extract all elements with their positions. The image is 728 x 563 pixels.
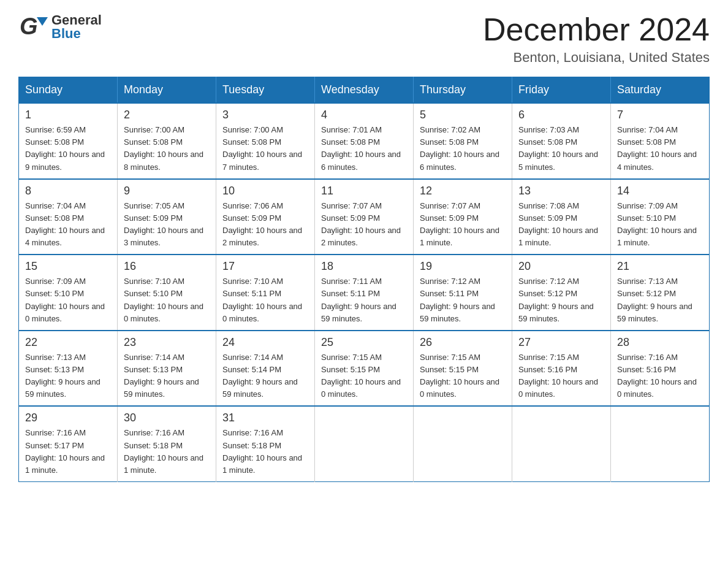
day-number: 18 bbox=[321, 260, 407, 273]
column-header-thursday: Thursday bbox=[414, 77, 512, 104]
day-number: 25 bbox=[321, 336, 407, 349]
day-number: 15 bbox=[25, 260, 111, 273]
calendar-cell: 22 Sunrise: 7:13 AMSunset: 5:13 PMDaylig… bbox=[19, 331, 118, 407]
day-info: Sunrise: 7:09 AMSunset: 5:10 PMDaylight:… bbox=[25, 275, 111, 325]
calendar-cell: 25 Sunrise: 7:15 AMSunset: 5:15 PMDaylig… bbox=[315, 331, 414, 407]
day-info: Sunrise: 7:13 AMSunset: 5:13 PMDaylight:… bbox=[25, 351, 111, 401]
column-header-sunday: Sunday bbox=[19, 77, 118, 104]
calendar-week-row: 22 Sunrise: 7:13 AMSunset: 5:13 PMDaylig… bbox=[19, 331, 710, 407]
calendar-cell: 3 Sunrise: 7:00 AMSunset: 5:08 PMDayligh… bbox=[216, 103, 315, 179]
day-number: 2 bbox=[124, 109, 210, 121]
calendar-cell: 10 Sunrise: 7:06 AMSunset: 5:09 PMDaylig… bbox=[216, 179, 315, 255]
day-info: Sunrise: 7:07 AMSunset: 5:09 PMDaylight:… bbox=[321, 200, 407, 250]
calendar-cell: 17 Sunrise: 7:10 AMSunset: 5:11 PMDaylig… bbox=[216, 255, 315, 331]
location-label: Benton, Louisiana, United States bbox=[483, 50, 710, 66]
calendar-cell: 1 Sunrise: 6:59 AMSunset: 5:08 PMDayligh… bbox=[19, 103, 118, 179]
calendar-cell: 26 Sunrise: 7:15 AMSunset: 5:15 PMDaylig… bbox=[414, 331, 512, 407]
day-number: 9 bbox=[124, 185, 210, 197]
calendar-cell: 31 Sunrise: 7:16 AMSunset: 5:18 PMDaylig… bbox=[216, 406, 315, 481]
day-number: 26 bbox=[420, 336, 506, 349]
calendar-cell: 16 Sunrise: 7:10 AMSunset: 5:10 PMDaylig… bbox=[118, 255, 216, 331]
calendar-cell: 14 Sunrise: 7:09 AMSunset: 5:10 PMDaylig… bbox=[611, 179, 710, 255]
calendar-cell bbox=[512, 406, 611, 481]
day-info: Sunrise: 7:04 AMSunset: 5:08 PMDaylight:… bbox=[25, 200, 111, 250]
calendar-cell: 8 Sunrise: 7:04 AMSunset: 5:08 PMDayligh… bbox=[19, 179, 118, 255]
day-info: Sunrise: 7:16 AMSunset: 5:17 PMDaylight:… bbox=[25, 427, 111, 477]
day-number: 7 bbox=[617, 109, 703, 121]
day-info: Sunrise: 7:12 AMSunset: 5:12 PMDaylight:… bbox=[518, 275, 604, 325]
day-number: 23 bbox=[124, 336, 210, 349]
calendar-cell: 7 Sunrise: 7:04 AMSunset: 5:08 PMDayligh… bbox=[611, 103, 710, 179]
day-number: 16 bbox=[124, 260, 210, 273]
calendar-cell: 11 Sunrise: 7:07 AMSunset: 5:09 PMDaylig… bbox=[315, 179, 414, 255]
svg-text:G: G bbox=[20, 13, 38, 39]
day-info: Sunrise: 7:15 AMSunset: 5:15 PMDaylight:… bbox=[321, 351, 407, 401]
calendar-body: 1 Sunrise: 6:59 AMSunset: 5:08 PMDayligh… bbox=[19, 103, 710, 481]
calendar-cell: 21 Sunrise: 7:13 AMSunset: 5:12 PMDaylig… bbox=[611, 255, 710, 331]
calendar-cell: 2 Sunrise: 7:00 AMSunset: 5:08 PMDayligh… bbox=[118, 103, 216, 179]
day-info: Sunrise: 7:13 AMSunset: 5:12 PMDaylight:… bbox=[617, 275, 703, 325]
day-info: Sunrise: 7:14 AMSunset: 5:13 PMDaylight:… bbox=[124, 351, 210, 401]
title-section: December 2024 Benton, Louisiana, United … bbox=[483, 12, 710, 66]
calendar-cell: 29 Sunrise: 7:16 AMSunset: 5:17 PMDaylig… bbox=[19, 406, 118, 481]
day-info: Sunrise: 7:14 AMSunset: 5:14 PMDaylight:… bbox=[222, 351, 308, 401]
day-info: Sunrise: 7:02 AMSunset: 5:08 PMDaylight:… bbox=[420, 124, 506, 174]
day-info: Sunrise: 7:11 AMSunset: 5:11 PMDaylight:… bbox=[321, 275, 407, 325]
calendar-cell: 23 Sunrise: 7:14 AMSunset: 5:13 PMDaylig… bbox=[118, 331, 216, 407]
day-info: Sunrise: 7:00 AMSunset: 5:08 PMDaylight:… bbox=[124, 124, 210, 174]
day-number: 30 bbox=[124, 412, 210, 424]
calendar-cell: 28 Sunrise: 7:16 AMSunset: 5:16 PMDaylig… bbox=[611, 331, 710, 407]
calendar-cell: 13 Sunrise: 7:08 AMSunset: 5:09 PMDaylig… bbox=[512, 179, 611, 255]
calendar-week-row: 15 Sunrise: 7:09 AMSunset: 5:10 PMDaylig… bbox=[19, 255, 710, 331]
calendar-week-row: 8 Sunrise: 7:04 AMSunset: 5:08 PMDayligh… bbox=[19, 179, 710, 255]
day-info: Sunrise: 7:01 AMSunset: 5:08 PMDaylight:… bbox=[321, 124, 407, 174]
day-number: 11 bbox=[321, 185, 407, 197]
day-info: Sunrise: 7:03 AMSunset: 5:08 PMDaylight:… bbox=[518, 124, 604, 174]
day-number: 21 bbox=[617, 260, 703, 273]
day-number: 31 bbox=[222, 412, 308, 424]
page-header: G General Blue December 2024 Benton, Lou… bbox=[18, 12, 710, 66]
day-info: Sunrise: 7:04 AMSunset: 5:08 PMDaylight:… bbox=[617, 124, 703, 174]
calendar-cell: 20 Sunrise: 7:12 AMSunset: 5:12 PMDaylig… bbox=[512, 255, 611, 331]
calendar-cell bbox=[414, 406, 512, 481]
calendar-cell: 19 Sunrise: 7:12 AMSunset: 5:11 PMDaylig… bbox=[414, 255, 512, 331]
calendar-cell: 27 Sunrise: 7:15 AMSunset: 5:16 PMDaylig… bbox=[512, 331, 611, 407]
column-header-tuesday: Tuesday bbox=[216, 77, 315, 104]
day-number: 4 bbox=[321, 109, 407, 121]
logo-general: General bbox=[51, 13, 102, 27]
day-info: Sunrise: 7:06 AMSunset: 5:09 PMDaylight:… bbox=[222, 200, 308, 250]
calendar-cell: 6 Sunrise: 7:03 AMSunset: 5:08 PMDayligh… bbox=[512, 103, 611, 179]
day-number: 22 bbox=[25, 336, 111, 349]
calendar-cell bbox=[315, 406, 414, 481]
day-number: 27 bbox=[518, 336, 604, 349]
day-info: Sunrise: 7:12 AMSunset: 5:11 PMDaylight:… bbox=[420, 275, 506, 325]
calendar-cell: 15 Sunrise: 7:09 AMSunset: 5:10 PMDaylig… bbox=[19, 255, 118, 331]
calendar-cell: 5 Sunrise: 7:02 AMSunset: 5:08 PMDayligh… bbox=[414, 103, 512, 179]
header-row: SundayMondayTuesdayWednesdayThursdayFrid… bbox=[19, 77, 710, 104]
day-number: 24 bbox=[222, 336, 308, 349]
day-number: 8 bbox=[25, 185, 111, 197]
day-info: Sunrise: 7:00 AMSunset: 5:08 PMDaylight:… bbox=[222, 124, 308, 174]
day-number: 5 bbox=[420, 109, 506, 121]
day-number: 17 bbox=[222, 260, 308, 273]
column-header-friday: Friday bbox=[512, 77, 611, 104]
day-number: 29 bbox=[25, 412, 111, 424]
day-number: 20 bbox=[518, 260, 604, 273]
day-info: Sunrise: 7:15 AMSunset: 5:15 PMDaylight:… bbox=[420, 351, 506, 401]
day-info: Sunrise: 7:07 AMSunset: 5:09 PMDaylight:… bbox=[420, 200, 506, 250]
calendar-week-row: 1 Sunrise: 6:59 AMSunset: 5:08 PMDayligh… bbox=[19, 103, 710, 179]
day-number: 10 bbox=[222, 185, 308, 197]
calendar-cell bbox=[611, 406, 710, 481]
day-info: Sunrise: 7:10 AMSunset: 5:11 PMDaylight:… bbox=[222, 275, 308, 325]
column-header-monday: Monday bbox=[118, 77, 216, 104]
calendar-cell: 9 Sunrise: 7:05 AMSunset: 5:09 PMDayligh… bbox=[118, 179, 216, 255]
day-info: Sunrise: 7:16 AMSunset: 5:18 PMDaylight:… bbox=[124, 427, 210, 477]
day-number: 6 bbox=[518, 109, 604, 121]
day-number: 13 bbox=[518, 185, 604, 197]
calendar-table: SundayMondayTuesdayWednesdayThursdayFrid… bbox=[18, 77, 710, 482]
day-number: 19 bbox=[420, 260, 506, 273]
logo-blue: Blue bbox=[51, 27, 102, 40]
day-info: Sunrise: 7:15 AMSunset: 5:16 PMDaylight:… bbox=[518, 351, 604, 401]
logo-text-block: General Blue bbox=[51, 13, 102, 40]
day-info: Sunrise: 7:16 AMSunset: 5:18 PMDaylight:… bbox=[222, 427, 308, 477]
